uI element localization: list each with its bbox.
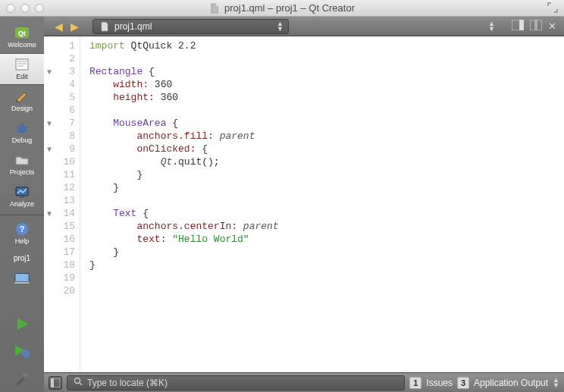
fold-icon[interactable]: ▼ (47, 66, 52, 79)
hammer-icon (14, 370, 30, 387)
fold-icon[interactable]: ▼ (47, 143, 52, 156)
edit-icon (14, 58, 30, 71)
mode-label: Design (11, 105, 33, 112)
svg-rect-2 (16, 59, 28, 70)
split-button[interactable] (530, 20, 542, 33)
kit-selector[interactable] (0, 267, 44, 291)
mode-analyze[interactable]: Analyze (0, 180, 44, 212)
svg-line-11 (25, 130, 27, 131)
svg-rect-13 (20, 196, 24, 198)
svg-rect-16 (15, 274, 29, 282)
analyze-icon (14, 185, 30, 199)
play-icon (14, 315, 30, 332)
design-icon (14, 89, 30, 103)
svg-rect-24 (537, 20, 542, 30)
svg-rect-22 (519, 20, 524, 30)
run-button[interactable] (0, 310, 44, 337)
symbol-dropdown-icon[interactable]: ▲▼ (488, 21, 495, 32)
close-window-button[interactable] (6, 4, 15, 13)
run-debug-button[interactable] (0, 337, 44, 365)
line-gutter: 123▼4567▼89▼1011121314▼151617181920 (44, 36, 80, 372)
locator-input[interactable]: Type to locate (⌘K) (67, 375, 405, 390)
code-editor[interactable]: 123▼4567▼89▼1011121314▼151617181920 impo… (44, 36, 564, 372)
mode-design[interactable]: Design (0, 85, 44, 117)
help-icon: ? (14, 222, 30, 236)
window-controls (6, 4, 44, 13)
nav-back-button[interactable]: ◀ (55, 20, 63, 33)
svg-rect-17 (14, 282, 30, 284)
svg-point-27 (75, 378, 80, 384)
svg-point-7 (20, 124, 24, 127)
window-title: proj1.qml – proj1 – Qt Creator (0, 2, 564, 14)
open-file-selector[interactable]: proj1.qml ▲▼ (92, 19, 289, 34)
play-debug-icon (13, 343, 31, 359)
nav-forward-button[interactable]: ▶ (70, 20, 79, 33)
panel-appoutput-button[interactable]: Application Output (474, 378, 548, 388)
fullscreen-icon[interactable] (547, 2, 558, 14)
fold-icon[interactable]: ▼ (47, 208, 52, 221)
editor-toolbar: ◀ ▶ proj1.qml ▲▼ ▲▼ ✕ (44, 17, 564, 36)
sidebar-divider (0, 215, 44, 215)
dropdown-arrows-icon: ▲▼ (277, 21, 284, 32)
document-icon (99, 21, 110, 32)
panel-menu-icon[interactable]: ▲▼ (553, 378, 559, 388)
sidebar-toggle-button[interactable] (49, 376, 62, 390)
close-document-button[interactable]: ✕ (548, 20, 556, 32)
mode-sidebar: Qt Welcome Edit Design Debug Pr (0, 17, 44, 392)
current-file-label: proj1.qml (114, 21, 152, 32)
debug-icon (14, 121, 30, 135)
svg-rect-20 (22, 372, 29, 378)
svg-line-28 (80, 383, 82, 385)
svg-text:Qt: Qt (18, 30, 26, 37)
project-selector[interactable]: proj1 (0, 249, 44, 267)
mode-help[interactable]: ? Help (0, 218, 44, 249)
mode-welcome[interactable]: Qt Welcome (0, 21, 44, 53)
locator-placeholder: Type to locate (⌘K) (87, 378, 168, 388)
titlebar: proj1.qml – proj1 – Qt Creator (0, 0, 564, 17)
mode-debug[interactable]: Debug (0, 117, 44, 149)
mode-edit[interactable]: Edit (0, 53, 44, 85)
panel-badge[interactable]: 1 (409, 377, 421, 389)
panel-issues-button[interactable]: Issues (426, 378, 453, 388)
build-button[interactable] (0, 365, 44, 392)
split-side-button[interactable] (512, 20, 524, 33)
minimize-window-button[interactable] (20, 4, 30, 13)
svg-text:?: ? (20, 224, 25, 234)
mode-projects[interactable]: Projects (0, 149, 44, 180)
mode-label: Welcome (8, 41, 36, 49)
status-bar: Type to locate (⌘K) 1 Issues 3 Applicati… (44, 372, 564, 392)
svg-rect-23 (530, 20, 535, 30)
mode-label: Debug (12, 136, 33, 144)
document-icon (209, 3, 220, 14)
qt-logo-icon: Qt (14, 26, 30, 39)
monitor-icon (14, 272, 30, 286)
mode-label: Projects (10, 168, 35, 176)
code-area[interactable]: import QtQuick 2.2 Rectangle { width: 36… (80, 36, 564, 372)
projects-icon (14, 153, 30, 167)
mode-label: Analyze (10, 200, 34, 208)
svg-line-10 (17, 130, 19, 131)
svg-rect-26 (51, 378, 54, 387)
fold-icon[interactable]: ▼ (47, 118, 52, 130)
svg-point-19 (24, 350, 27, 353)
mode-label: Help (15, 237, 30, 245)
search-icon (74, 377, 83, 388)
mode-label: Edit (16, 73, 28, 80)
zoom-window-button[interactable] (35, 4, 44, 13)
panel-badge[interactable]: 3 (457, 377, 469, 389)
